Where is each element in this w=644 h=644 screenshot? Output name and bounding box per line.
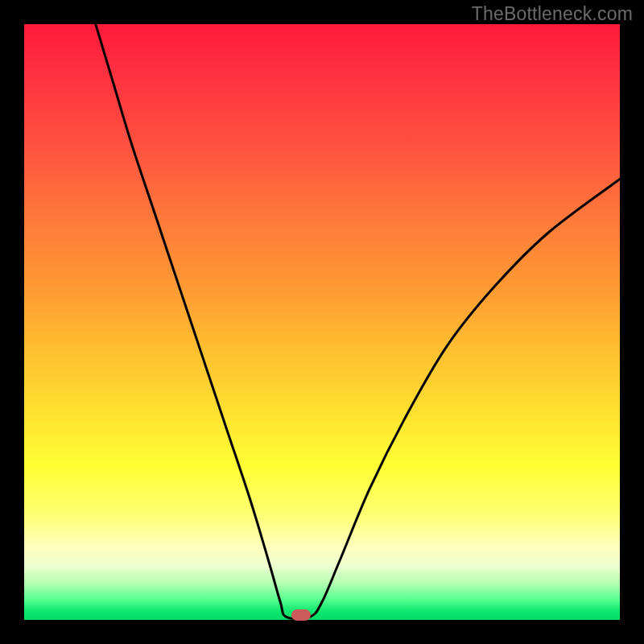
watermark-text: TheBottleneck.com xyxy=(472,3,633,25)
bottleneck-curve xyxy=(24,24,620,620)
curve-path xyxy=(96,24,620,619)
outer-frame: TheBottleneck.com xyxy=(0,0,644,644)
plot-area xyxy=(24,24,620,620)
optimal-marker xyxy=(291,609,311,621)
